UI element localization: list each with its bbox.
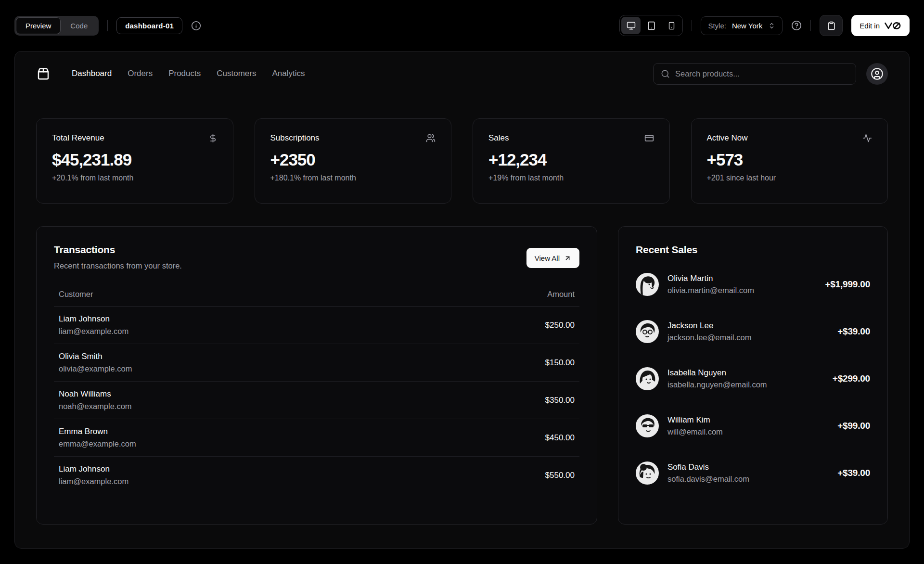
table-row: Liam Johnson liam@example.com $550.00	[54, 457, 579, 494]
transactions-title: Transactions	[54, 244, 182, 256]
sale-amount: +$1,999.00	[825, 279, 870, 290]
avatar	[636, 414, 659, 437]
sale-customer-name: Olivia Martin	[667, 274, 754, 283]
sale-customer-name: William Kim	[667, 415, 723, 425]
divider	[810, 20, 811, 31]
recent-sales-list: Olivia Martin olivia.martin@email.com +$…	[636, 273, 870, 485]
copy-code-button[interactable]	[820, 15, 843, 36]
recent-sales-title: Recent Sales	[636, 244, 870, 256]
avatar	[636, 320, 659, 343]
customer-email: olivia@example.com	[59, 364, 132, 373]
customer-email: noah@example.com	[59, 402, 132, 411]
chevrons-up-down-icon	[768, 22, 775, 29]
search-box	[653, 63, 856, 85]
sale-customer-email: olivia.martin@email.com	[667, 286, 754, 295]
sale-amount: +$39.00	[837, 468, 870, 478]
device-toggle-group	[619, 15, 683, 36]
info-icon[interactable]	[191, 21, 201, 31]
stat-title: Total Revenue	[52, 133, 104, 143]
stat-value: +573	[707, 150, 873, 169]
user-circle-icon	[871, 67, 884, 80]
edit-in-v0-label: Edit in	[860, 22, 880, 30]
divider	[107, 20, 108, 31]
sale-amount: +$99.00	[837, 421, 870, 431]
column-header-amount: Amount	[547, 290, 575, 299]
edit-in-v0-button[interactable]: Edit in	[851, 15, 910, 36]
sale-customer-email: sofia.davis@email.com	[667, 474, 749, 484]
dollar-sign-icon	[208, 134, 218, 143]
clipboard-icon	[827, 21, 836, 30]
customer-email: liam@example.com	[59, 327, 128, 336]
customer-name: Liam Johnson	[59, 314, 128, 324]
list-item: William Kim will@email.com +$99.00	[636, 414, 870, 437]
sale-customer-email: isabella.nguyen@email.com	[667, 380, 767, 389]
package-icon[interactable]	[36, 66, 51, 81]
nav-item-orders[interactable]: Orders	[128, 69, 153, 78]
credit-card-icon	[644, 133, 654, 143]
column-header-customer: Customer	[59, 290, 93, 299]
list-item: Sofia Davis sofia.davis@email.com +$39.0…	[636, 461, 870, 485]
stat-value: $45,231.89	[52, 150, 218, 169]
customer-name: Emma Brown	[59, 427, 136, 436]
stat-card-total-revenue: Total Revenue $45,231.89 +20.1% from las…	[36, 118, 233, 204]
view-all-button[interactable]: View All	[526, 248, 579, 268]
preview-tab[interactable]: Preview	[16, 17, 61, 34]
table-row: Noah Williams noah@example.com $350.00	[54, 382, 579, 419]
stat-card-active-now: Active Now +573 +201 since last hour	[691, 118, 888, 204]
users-icon	[426, 133, 436, 143]
tablet-view-button[interactable]	[642, 17, 661, 34]
customer-email: emma@example.com	[59, 439, 136, 449]
activity-icon	[862, 133, 872, 143]
style-select[interactable]: Style: New York	[701, 16, 783, 35]
transaction-amount: $450.00	[545, 433, 575, 443]
stat-change: +201 since last hour	[707, 174, 873, 182]
transactions-table: Customer Amount Liam Johnson liam@exampl…	[54, 284, 579, 494]
stat-card-subscriptions: Subscriptions +2350 +180.1% from last mo…	[255, 118, 452, 204]
list-item: Olivia Martin olivia.martin@email.com +$…	[636, 273, 870, 296]
view-toggle: Preview Code	[14, 16, 99, 36]
bottom-row: Transactions Recent transactions from yo…	[36, 226, 888, 525]
sale-customer-name: Sofia Davis	[667, 462, 749, 472]
transaction-amount: $150.00	[545, 358, 575, 368]
header-right	[653, 63, 888, 85]
arrow-up-right-icon	[564, 255, 571, 262]
desktop-view-button[interactable]	[621, 17, 641, 34]
divider	[692, 20, 692, 31]
smartphone-icon	[667, 22, 676, 30]
customer-name: Noah Williams	[59, 389, 132, 399]
dashboard-preview-panel: Dashboard Orders Products Customers Anal…	[14, 51, 910, 549]
table-row: Emma Brown emma@example.com $450.00	[54, 419, 579, 457]
mobile-view-button[interactable]	[662, 17, 681, 34]
list-item: Isabella Nguyen isabella.nguyen@email.co…	[636, 367, 870, 390]
transaction-amount: $250.00	[545, 320, 575, 330]
transaction-amount: $550.00	[545, 471, 575, 480]
avatar	[636, 367, 659, 390]
transactions-card: Transactions Recent transactions from yo…	[36, 226, 597, 525]
dashboard-content: Total Revenue $45,231.89 +20.1% from las…	[15, 96, 909, 525]
top-toolbar: Preview Code dashboard-01	[0, 0, 924, 51]
toolbar-right: Style: New York Edit in	[619, 15, 910, 36]
help-icon[interactable]	[791, 20, 802, 31]
tablet-icon	[647, 21, 656, 30]
nav-item-analytics[interactable]: Analytics	[272, 69, 305, 78]
avatar	[636, 273, 659, 296]
stat-change: +20.1% from last month	[52, 174, 218, 182]
customer-email: liam@example.com	[59, 477, 128, 486]
account-button[interactable]	[866, 63, 888, 85]
stat-title: Active Now	[707, 133, 748, 143]
list-item: Jackson Lee jackson.lee@email.com +$39.0…	[636, 320, 870, 343]
search-input[interactable]	[675, 69, 848, 78]
sale-customer-email: jackson.lee@email.com	[667, 333, 751, 342]
sale-customer-name: Isabella Nguyen	[667, 368, 767, 378]
style-label: Style:	[708, 22, 726, 30]
dashboard-header: Dashboard Orders Products Customers Anal…	[15, 51, 909, 96]
nav-item-customers[interactable]: Customers	[217, 69, 256, 78]
block-name-badge: dashboard-01	[116, 17, 182, 34]
code-tab[interactable]: Code	[61, 17, 97, 34]
nav-item-dashboard[interactable]: Dashboard	[72, 69, 112, 78]
stat-cards-row: Total Revenue $45,231.89 +20.1% from las…	[36, 118, 888, 204]
nav-item-products[interactable]: Products	[168, 69, 201, 78]
style-value: New York	[732, 22, 762, 30]
stat-title: Subscriptions	[270, 133, 320, 143]
customer-name: Olivia Smith	[59, 352, 132, 361]
